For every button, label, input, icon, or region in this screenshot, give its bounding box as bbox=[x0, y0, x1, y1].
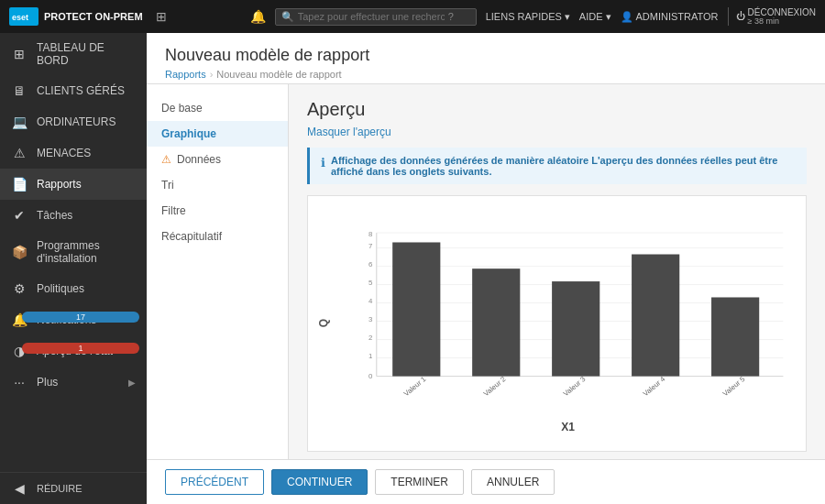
svg-text:eset: eset bbox=[12, 13, 28, 22]
sidebar-item-politiques[interactable]: ⚙ Politiques bbox=[0, 273, 147, 304]
sidebar-label-reduire: RÉDUIRE bbox=[37, 483, 82, 494]
search-help-icon[interactable]: ? bbox=[448, 11, 454, 22]
grid-icon[interactable]: ⊞ bbox=[156, 9, 167, 24]
form-nav-de-base[interactable]: De base bbox=[147, 95, 288, 121]
sidebar-item-rapports[interactable]: 📄 Rapports bbox=[0, 169, 147, 200]
chart-container: Q 0 1 2 3 4 bbox=[307, 195, 807, 452]
notifications-badge: 17 bbox=[22, 312, 139, 323]
annuler-button[interactable]: ANNULER bbox=[471, 469, 555, 495]
sidebar-reduire-button[interactable]: ◀ RÉDUIRE bbox=[0, 473, 147, 504]
sidebar-item-menaces[interactable]: ⚠ MENACES bbox=[0, 137, 147, 169]
main-layout: ⊞ TABLEAU DE BORD 🖥 CLIENTS GÉRÉS 💻 ORDI… bbox=[0, 33, 825, 504]
rapports-icon: 📄 bbox=[11, 177, 28, 192]
form-nav-graphique[interactable]: Graphique bbox=[147, 121, 288, 147]
y-axis-label: Q bbox=[317, 319, 330, 327]
form-nav-de-base-label: De base bbox=[161, 102, 203, 115]
search-icon: 🔍 bbox=[281, 11, 294, 23]
apercu-hide-button[interactable]: Masquer l'aperçu bbox=[307, 126, 807, 138]
svg-text:0: 0 bbox=[368, 372, 373, 380]
sidebar-item-plus[interactable]: ··· Plus ▶ bbox=[0, 367, 147, 398]
user-icon: 👤 bbox=[621, 11, 633, 23]
form-content: Aperçu Masquer l'aperçu ℹ Affichage des … bbox=[289, 84, 825, 459]
user-menu[interactable]: 👤 ADMINISTRATOR bbox=[621, 11, 719, 23]
liens-rapides-menu[interactable]: LIENS RAPIDES ▾ bbox=[486, 11, 570, 23]
plus-chevron-icon: ▶ bbox=[128, 378, 136, 388]
page-title: Nouveau modèle de rapport bbox=[165, 46, 807, 65]
sidebar-label-politiques: Politiques bbox=[37, 282, 84, 295]
svg-text:1: 1 bbox=[368, 352, 372, 360]
bar-valeur5 bbox=[711, 297, 759, 376]
search-box[interactable]: 🔍 ? bbox=[275, 8, 477, 26]
form-nav-donnees[interactable]: ⚠ Données bbox=[147, 147, 288, 172]
svg-text:3: 3 bbox=[368, 315, 372, 323]
search-input[interactable] bbox=[298, 11, 445, 22]
continuer-button[interactable]: CONTINUER bbox=[271, 469, 368, 495]
svg-text:6: 6 bbox=[368, 260, 372, 268]
page-header: Nouveau modèle de rapport Rapports › Nou… bbox=[147, 33, 825, 84]
sidebar-label-plus: Plus bbox=[37, 376, 58, 389]
bar-valeur2 bbox=[472, 268, 520, 376]
bar-valeur3 bbox=[552, 281, 600, 376]
programmes-icon: 📦 bbox=[11, 245, 28, 259]
bar-label-valeur3: Valeur 3 bbox=[562, 375, 588, 398]
sidebar-label-clients-geres: CLIENTS GÉRÉS bbox=[37, 84, 125, 97]
user-label: ADMINISTRATOR bbox=[636, 11, 719, 22]
form-nav-tri-label: Tri bbox=[161, 179, 174, 192]
breadcrumb-root[interactable]: Rapports bbox=[165, 69, 206, 80]
bar-label-valeur2: Valeur 2 bbox=[482, 375, 508, 398]
plus-icon: ··· bbox=[11, 375, 28, 389]
sidebar-item-taches[interactable]: ✔ Tâches bbox=[0, 200, 147, 231]
breadcrumb: Rapports › Nouveau modèle de rapport bbox=[165, 69, 807, 80]
sidebar-item-ordinateurs[interactable]: 💻 ORDINATEURS bbox=[0, 106, 147, 137]
logout-sub: ≥ 38 min bbox=[748, 17, 816, 27]
aide-menu[interactable]: AIDE ▾ bbox=[579, 11, 611, 23]
aide-label: AIDE bbox=[579, 11, 603, 22]
apercu-etat-badge: 1 bbox=[22, 343, 139, 354]
form-nav-filtre-label: Filtre bbox=[161, 204, 186, 217]
menaces-icon: ⚠ bbox=[11, 146, 28, 160]
info-icon: ℹ bbox=[321, 156, 325, 170]
logo-text: PROTECT ON-PREM bbox=[44, 11, 143, 22]
sidebar-item-clients-geres[interactable]: 🖥 CLIENTS GÉRÉS bbox=[0, 75, 147, 106]
form-nav: De base Graphique ⚠ Données Tri Filtre R… bbox=[147, 84, 289, 459]
form-nav-filtre[interactable]: Filtre bbox=[147, 198, 288, 224]
form-nav-recapitulatif[interactable]: Récapitulatif bbox=[147, 224, 288, 249]
sidebar-label-tableau-de-bord: TABLEAU DE BORD bbox=[37, 41, 136, 67]
footer-buttons: PRÉCÉDENT CONTINUER TERMINER ANNULER bbox=[147, 459, 825, 504]
form-nav-graphique-label: Graphique bbox=[161, 127, 216, 140]
aide-chevron: ▾ bbox=[606, 11, 611, 23]
logout-label: DÉCONNEXION bbox=[748, 7, 816, 17]
logo: eset PROTECT ON-PREM bbox=[9, 7, 143, 26]
svg-text:8: 8 bbox=[368, 230, 372, 238]
notification-bell[interactable]: 🔔 bbox=[250, 9, 266, 24]
form-nav-tri[interactable]: Tri bbox=[147, 172, 288, 198]
clients-icon: 🖥 bbox=[11, 83, 28, 98]
bar-label-valeur5: Valeur 5 bbox=[721, 375, 747, 399]
bar-label-valeur1: Valeur 1 bbox=[402, 375, 428, 398]
liens-rapides-label: LIENS RAPIDES bbox=[486, 11, 562, 22]
breadcrumb-current: Nouveau modèle de rapport bbox=[216, 69, 341, 80]
terminer-button[interactable]: TERMINER bbox=[375, 469, 464, 495]
donnees-warning-icon: ⚠ bbox=[161, 153, 171, 166]
sidebar-label-rapports: Rapports bbox=[37, 178, 82, 191]
sidebar-item-tableau-de-bord[interactable]: ⊞ TABLEAU DE BORD bbox=[0, 33, 147, 75]
form-nav-donnees-label: Données bbox=[177, 153, 221, 166]
svg-text:7: 7 bbox=[368, 242, 372, 250]
logout-button[interactable]: ⏻ DÉCONNEXION ≥ 38 min bbox=[728, 7, 816, 27]
sidebar-label-taches: Tâches bbox=[37, 209, 72, 222]
sidebar-item-programmes[interactable]: 📦 Programmes d'installation bbox=[0, 231, 147, 273]
ordinateurs-icon: 💻 bbox=[11, 115, 28, 129]
content-area: Nouveau modèle de rapport Rapports › Nou… bbox=[147, 33, 825, 504]
sidebar-item-notifications[interactable]: 🔔 Notifications 17 bbox=[0, 304, 147, 335]
taches-icon: ✔ bbox=[11, 208, 28, 223]
precedent-button[interactable]: PRÉCÉDENT bbox=[165, 469, 264, 495]
sidebar-label-programmes: Programmes d'installation bbox=[37, 239, 136, 265]
svg-text:2: 2 bbox=[368, 334, 372, 342]
apercu-title: Aperçu bbox=[307, 99, 807, 120]
sidebar-item-apercu-etat[interactable]: ◑ Aperçu de l'état 1 bbox=[0, 335, 147, 367]
bar-chart: 0 1 2 3 4 5 6 7 bbox=[345, 211, 791, 414]
dashboard-icon: ⊞ bbox=[11, 47, 28, 61]
sidebar-bottom: ◀ RÉDUIRE bbox=[0, 472, 147, 504]
politiques-icon: ⚙ bbox=[11, 281, 28, 296]
reduire-icon: ◀ bbox=[11, 481, 28, 496]
